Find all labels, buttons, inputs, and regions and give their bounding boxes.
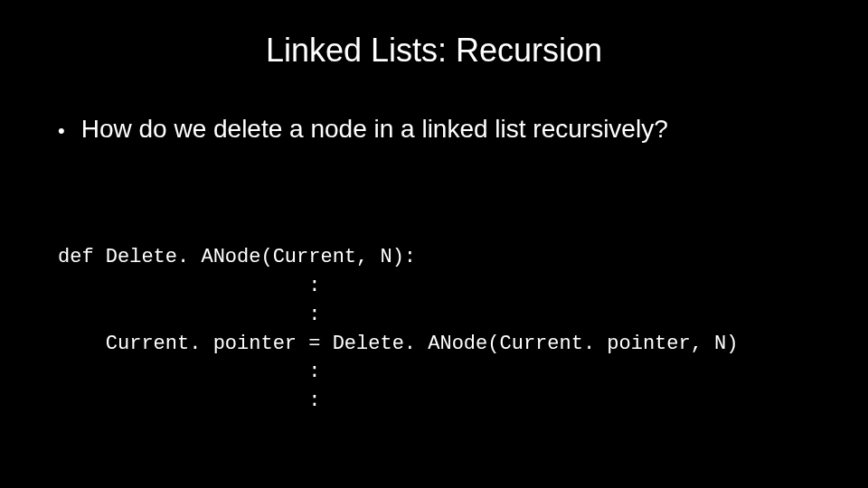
bullet-text: How do we delete a node in a linked list… xyxy=(81,115,668,144)
code-line: Current. pointer = Delete. ANode(Current… xyxy=(58,333,739,355)
bullet-item: • How do we delete a node in a linked li… xyxy=(58,115,841,144)
bullet-dot-icon: • xyxy=(58,119,65,143)
code-line: : xyxy=(58,275,320,297)
code-line: def Delete. ANode(Current, N): xyxy=(58,246,416,268)
code-line: : xyxy=(58,389,320,412)
slide: Linked Lists: Recursion • How do we dele… xyxy=(0,0,868,488)
code-block: def Delete. ANode(Current, N): : : Curre… xyxy=(58,214,841,445)
code-line: : xyxy=(58,304,320,326)
code-line: : xyxy=(58,361,320,383)
slide-title: Linked Lists: Recursion xyxy=(27,32,841,70)
